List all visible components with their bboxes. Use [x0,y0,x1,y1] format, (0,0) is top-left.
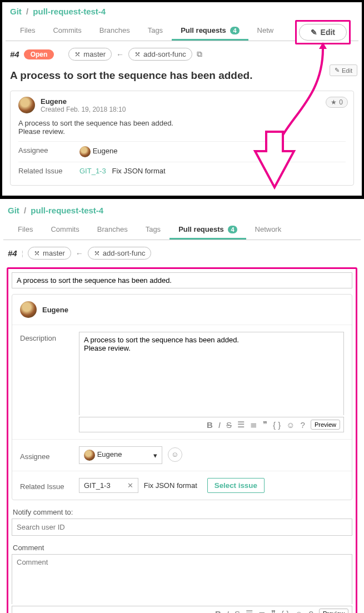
edit-button-small[interactable]: ✎ Edit [330,64,357,76]
italic-icon[interactable]: I [227,609,229,614]
assign-me-button[interactable]: ☺ [168,447,182,462]
emoji-icon[interactable]: ☺ [286,420,295,430]
breadcrumb-root[interactable]: Git [8,206,19,215]
avatar [18,97,35,113]
code-icon[interactable]: { } [281,609,289,614]
pr-title: A process to sort the sequence has been … [6,65,358,86]
edit-form-highlight: Eugene Description B I S ☰ ≣ ❞ { } ☺ ? [7,267,357,613]
tab-files[interactable]: Files [11,22,44,41]
preview-button[interactable]: Preview [311,420,340,430]
help-icon[interactable]: ? [309,609,313,614]
pencil-icon: ✎ [335,67,340,74]
breadcrumb: Git / pull-request-test-4 [6,7,358,22]
breadcrumb-repo[interactable]: pull-request-test-4 [31,206,103,215]
tab-commits[interactable]: Commits [42,221,88,240]
tab-tags[interactable]: Tags [137,221,169,240]
emoji-icon[interactable]: ☺ [295,609,303,614]
issue-summary: Fix JSON format [112,167,166,175]
tab-branches[interactable]: Branches [91,22,139,41]
comment-label: Comment [12,536,352,554]
branch-icon: ⤱ [34,249,40,257]
edit-button-highlight: ✎ Edit [295,20,351,44]
related-issue-label: Related Issue [20,480,70,491]
breadcrumb-repo[interactable]: pull-request-test-4 [33,7,106,16]
base-branch-pill[interactable]: ⤱ master [28,247,71,260]
description-textarea[interactable] [79,332,344,415]
comment-textarea[interactable] [12,554,352,604]
pr-number: #4 [10,49,19,59]
branch-icon: ⤱ [134,50,141,58]
code-icon[interactable]: { } [273,420,281,430]
author-name: Eugene [42,306,68,314]
tab-network[interactable]: Netw [248,22,283,41]
description-label: Description [20,332,70,342]
avatar [79,146,91,157]
quote-icon[interactable]: ❞ [263,420,267,430]
title-input[interactable] [12,272,352,288]
issue-key-link[interactable]: GIT_1-3 [79,167,106,175]
bold-icon[interactable]: B [215,609,221,614]
arrow-left-icon: ← [76,249,83,258]
compare-branch-pill[interactable]: ⤱ add-sort-func [128,48,192,61]
repo-tabs: Files Commits Branches Tags Pull request… [3,221,361,240]
strike-icon[interactable]: S [235,609,240,614]
chevron-down-icon: ▾ [153,451,157,460]
pull-requests-count-badge: 4 [228,226,237,233]
list-ul-icon[interactable]: ☰ [237,420,245,430]
tab-pull-requests[interactable]: Pull requests 4 [172,22,248,41]
branch-icon: ⤱ [94,249,100,257]
tab-tags[interactable]: Tags [139,22,172,41]
tab-commits[interactable]: Commits [44,22,90,41]
author-name[interactable]: Eugene [41,97,126,106]
pr-state-badge: Open [24,49,54,59]
preview-button[interactable]: Preview [319,609,348,613]
select-issue-button[interactable]: Select issue [207,478,265,493]
assignee-label: Assignee [18,146,79,157]
editor-toolbar: B I S ☰ ≣ ❞ { } ☺ ? Preview [79,417,344,432]
assignee-label: Assignee [20,450,70,461]
related-issue-label: Related Issue [18,167,79,175]
arrow-left-icon: ← [116,50,124,59]
person-icon: ☺ [171,450,178,458]
clear-icon[interactable]: ✕ [127,481,133,490]
copy-icon[interactable]: ⧉ [197,49,202,59]
body-line: A process to sort the sequence has been … [18,119,346,127]
quote-icon[interactable]: ❞ [271,609,276,613]
editor-toolbar: B I S ☰ ≣ ❞ { } ☺ ? Preview [12,606,352,613]
tab-branches[interactable]: Branches [88,221,137,240]
branch-icon: ⤱ [74,50,81,58]
notify-input[interactable] [12,519,352,536]
list-ul-icon[interactable]: ☰ [246,609,253,613]
assignee-value[interactable]: Eugene [79,146,346,157]
help-icon[interactable]: ? [301,420,305,430]
breadcrumb: Git / pull-request-test-4 [3,206,361,221]
bold-icon[interactable]: B [207,420,213,430]
compare-branch-pill[interactable]: ⤱ add-sort-func [88,247,152,260]
pr-number: #4 [8,248,17,258]
strike-icon[interactable]: S [226,420,232,430]
italic-icon[interactable]: I [218,420,221,430]
tab-files[interactable]: Files [9,221,42,240]
base-branch-pill[interactable]: ⤱ master [68,48,112,61]
list-ol-icon[interactable]: ≣ [258,609,266,613]
assignee-select[interactable]: Eugene ▾ [79,446,162,464]
star-button[interactable]: ★ 0 [326,97,348,108]
pencil-icon: ✎ [311,28,317,37]
avatar [20,301,37,318]
pr-description-card: ★ 0 Eugene Created Feb. 19, 2018 18:10 A… [10,91,354,186]
pull-requests-count-badge: 4 [230,27,239,34]
issue-summary: Fix JSON format [144,481,197,490]
breadcrumb-root[interactable]: Git [10,7,22,16]
notify-label: Notify comment to: [12,500,352,519]
created-meta: Created Feb. 19, 2018 18:10 [41,106,126,113]
breadcrumb-sep: / [22,206,28,215]
edit-button[interactable]: ✎ Edit [299,24,347,41]
body-line: Please review. [18,127,346,136]
avatar [84,450,95,461]
issue-key-input[interactable]: GIT_1-3 ✕ [79,478,138,493]
star-count: 0 [339,98,343,106]
tab-pull-requests[interactable]: Pull requests 4 [169,221,246,240]
list-ol-icon[interactable]: ≣ [250,420,257,430]
breadcrumb-sep: / [24,7,31,16]
tab-network[interactable]: Network [246,221,291,240]
